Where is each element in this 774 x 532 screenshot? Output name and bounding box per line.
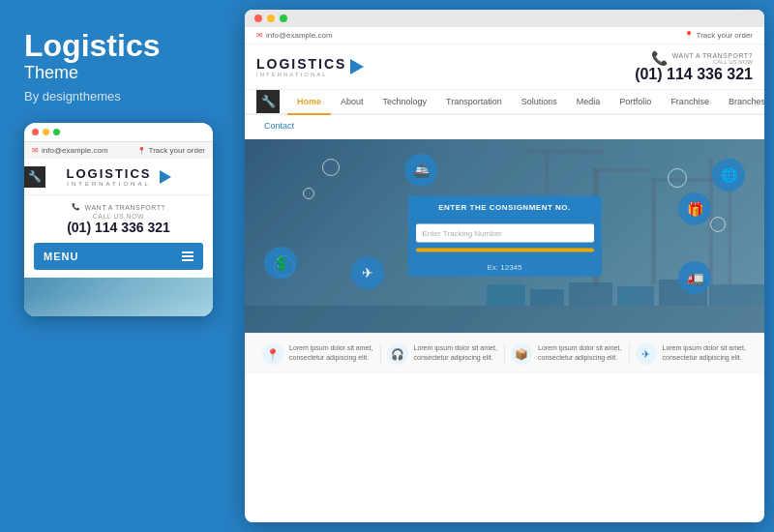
desktop-header: LOGISTICS International 📞 WANT A TRANSPO… xyxy=(245,44,764,90)
feature-package-icon: 📦 xyxy=(511,343,532,365)
svg-rect-11 xyxy=(617,286,654,306)
dot-yellow xyxy=(43,129,49,135)
feature-location-icon: 📍 xyxy=(262,343,283,365)
hero-ship-icon: 🚢 xyxy=(404,154,437,187)
dot-green xyxy=(53,129,60,135)
svg-rect-5 xyxy=(525,149,603,154)
mobile-contact: 📞 WANT A TRANSPORT? CALL US NOW (01) 114… xyxy=(24,195,213,243)
svg-rect-9 xyxy=(530,289,564,306)
hero-gift-icon: 🎁 xyxy=(678,192,711,225)
mobile-logo-area: 🔧 LOGISTICS International xyxy=(24,159,213,195)
mobile-logo: LOGISTICS International xyxy=(34,166,203,187)
hero-plane-icon: ✈ xyxy=(351,256,384,289)
svg-rect-6 xyxy=(593,168,651,172)
consignment-search-button[interactable] xyxy=(416,249,594,252)
mobile-title-bar xyxy=(24,123,213,141)
mobile-info-bar: info@example.com Track your order xyxy=(24,141,213,159)
nav-item-technology[interactable]: Technology xyxy=(373,90,437,113)
svg-rect-2 xyxy=(651,178,656,284)
desktop-hero: 🚢 🌐 ✈ 🚛 💲 🎁 ENTER THE CONSIGNMENT NO. En… xyxy=(245,139,764,333)
conn-dot-1 xyxy=(322,159,340,176)
desktop-dot-green xyxy=(280,15,287,22)
svg-rect-10 xyxy=(569,282,612,306)
feature-text-4: Lorem ipsum dolor sit amet, consectetur … xyxy=(663,343,748,363)
conn-dot-2 xyxy=(303,188,314,199)
mobile-menu-button[interactable]: MENU xyxy=(34,243,203,270)
svg-rect-13 xyxy=(709,284,764,306)
nav-item-solutions[interactable]: Solutions xyxy=(512,90,567,113)
hero-truck-icon: 🚛 xyxy=(678,261,711,294)
nav-item-franchise[interactable]: Franchise xyxy=(661,90,719,113)
nav-item-transportation[interactable]: Transportation xyxy=(436,90,512,113)
feature-support-icon: 🎧 xyxy=(387,343,408,365)
email-icon xyxy=(32,146,39,155)
conn-dot-4 xyxy=(710,217,726,232)
pin-icon xyxy=(137,147,146,155)
logo-arrow-icon xyxy=(160,170,171,184)
feature-plane-icon: ✈ xyxy=(636,343,657,365)
nav-item-portfolio[interactable]: Portfolio xyxy=(610,90,661,113)
svg-rect-4 xyxy=(729,188,731,284)
nav-item-branches[interactable]: Branches xyxy=(719,90,764,113)
left-panel: Logistics Theme By designthemes info@exa… xyxy=(0,0,237,532)
desktop-dot-yellow xyxy=(267,15,275,22)
nav-item-media[interactable]: Media xyxy=(567,90,610,113)
mobile-mockup: info@example.com Track your order 🔧 LOGI… xyxy=(24,123,213,316)
feature-item-2: 🎧 Lorem ipsum dolor sit amet, consectetu… xyxy=(381,343,506,365)
feature-text-3: Lorem ipsum dolor sit amet, consectetur … xyxy=(538,343,623,363)
hero-dollar-icon: 💲 xyxy=(264,247,297,280)
wrench-icon: 🔧 xyxy=(24,166,45,188)
consignment-box: ENTER THE CONSIGNMENT NO. Enter Tracking… xyxy=(408,196,602,277)
phone-icon: 📞 xyxy=(72,203,81,211)
mobile-track: Track your order xyxy=(137,146,205,155)
feature-text-1: Lorem ipsum dolor sit amet, consectetur … xyxy=(289,343,374,363)
hamburger-icon xyxy=(182,251,194,261)
track-pin-icon: 📍 xyxy=(684,31,694,40)
svg-rect-8 xyxy=(487,284,525,306)
theme-by: By designthemes xyxy=(24,89,213,103)
dot-red xyxy=(32,129,39,135)
consignment-title: ENTER THE CONSIGNMENT NO. xyxy=(408,196,602,219)
feature-item-1: 📍 Lorem ipsum dolor sit amet, consectetu… xyxy=(256,343,381,365)
consignment-input[interactable]: Enter Tracking Number xyxy=(416,224,594,243)
nav-item-about[interactable]: About xyxy=(331,90,373,113)
feature-item-3: 📦 Lorem ipsum dolor sit amet, consectetu… xyxy=(505,343,630,365)
consignment-example: Ex: 12345 xyxy=(408,258,602,277)
desktop-nav2: Contact xyxy=(245,115,764,139)
desktop-logo-arrow-icon xyxy=(350,59,364,74)
hero-globe-icon: 🌐 xyxy=(712,159,745,192)
nav-item-home[interactable]: Home xyxy=(287,90,331,113)
svg-rect-14 xyxy=(245,306,764,333)
mobile-hero-image xyxy=(24,278,213,316)
conn-dot-5 xyxy=(668,168,687,188)
desktop-nav: 🔧 Home About Technology Transportation S… xyxy=(245,90,764,115)
desktop-logo: LOGISTICS International xyxy=(256,56,364,77)
desktop-top-info: info@example.com 📍 Track your order xyxy=(245,27,764,44)
desktop-track: 📍 Track your order xyxy=(684,31,753,40)
theme-title: Logistics Theme xyxy=(24,29,213,83)
phone-icon: 📞 xyxy=(651,50,668,66)
feature-text-2: Lorem ipsum dolor sit amet, consectetur … xyxy=(414,343,499,363)
desktop-title-bar xyxy=(245,10,764,27)
desktop-features: 📍 Lorem ipsum dolor sit amet, consectetu… xyxy=(245,333,764,374)
desktop-dot-red xyxy=(254,15,262,22)
mobile-email: info@example.com xyxy=(32,146,108,155)
desktop-contact-right: 📞 WANT A TRANSPORT? CALL US NOW (01) 114… xyxy=(635,50,753,83)
right-panel: info@example.com 📍 Track your order LOGI… xyxy=(245,10,764,522)
email-icon xyxy=(256,31,263,40)
feature-item-4: ✈ Lorem ipsum dolor sit amet, consectetu… xyxy=(630,343,754,365)
desktop-email: info@example.com xyxy=(256,31,333,40)
nav-item-contact[interactable]: Contact xyxy=(256,117,302,134)
desktop-wrench-icon: 🔧 xyxy=(256,90,280,113)
